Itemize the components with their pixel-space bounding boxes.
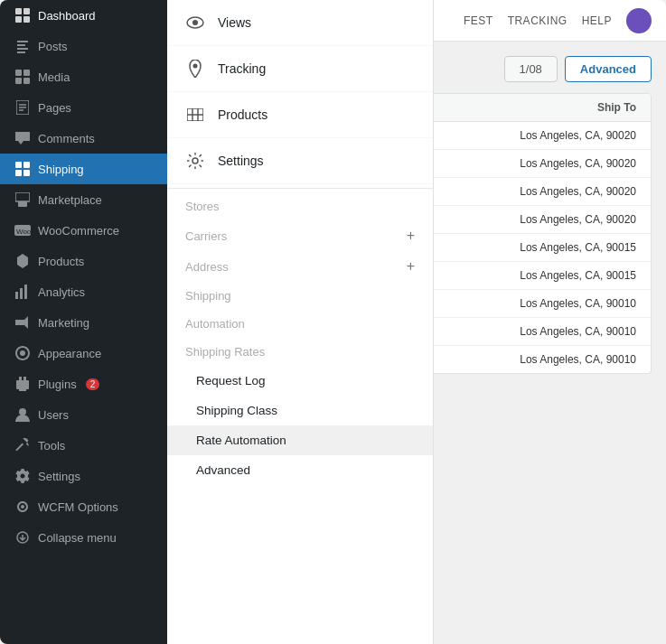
submenu-sub-advanced[interactable]: Advanced: [167, 455, 433, 485]
submenu-section-address[interactable]: Address +: [167, 251, 433, 282]
submenu-label-views: Views: [218, 15, 251, 30]
svg-rect-22: [20, 288, 23, 299]
sidebar-item-woocommerce[interactable]: Woo WooCommerce: [0, 215, 167, 246]
submenu-item-tracking[interactable]: Tracking: [167, 46, 433, 92]
sidebar-label-appearance: Appearance: [38, 347, 101, 360]
eye-icon: [185, 13, 205, 33]
svg-point-34: [193, 64, 198, 69]
sidebar-label-dashboard: Dashboard: [38, 9, 96, 23]
marketplace-icon: [14, 191, 31, 208]
carriers-label: Carriers: [185, 229, 227, 243]
divider-1: [167, 188, 433, 189]
sidebar-item-products[interactable]: Products: [0, 246, 167, 276]
sidebar-item-marketing[interactable]: Marketing: [0, 307, 167, 338]
pages-icon: [14, 99, 31, 116]
row-right: Los Angeles, CA, 90015: [520, 269, 636, 282]
collapse-label: Collapse menu: [38, 531, 117, 545]
sidebar-label-comments: Comments: [38, 132, 95, 145]
automation-label: Automation: [185, 317, 245, 331]
sidebar-label-marketing: Marketing: [38, 316, 89, 330]
submenu-item-views[interactable]: Views: [167, 0, 433, 46]
sidebar-label-products: Products: [38, 255, 84, 268]
sidebar-item-marketplace[interactable]: Marketplace: [0, 184, 167, 215]
shipping-rates-label: Shipping Rates: [185, 345, 265, 359]
advanced-label: Advanced: [196, 463, 250, 477]
svg-rect-25: [19, 377, 22, 380]
sidebar-label-shipping: Shipping: [38, 163, 84, 176]
sidebar-item-users[interactable]: Users: [0, 399, 167, 430]
sidebar-item-posts[interactable]: Posts: [0, 31, 167, 61]
products-icon: [14, 253, 31, 269]
svg-marker-20: [17, 254, 28, 268]
sidebar-label-posts: Posts: [38, 40, 68, 53]
submenu-section-automation[interactable]: Automation: [167, 310, 433, 338]
topbar-item-help[interactable]: HELP: [582, 14, 612, 27]
svg-rect-16: [15, 192, 30, 201]
sidebar-item-tools[interactable]: Tools: [0, 430, 167, 461]
sidebar-item-shipping[interactable]: Shipping: [0, 154, 167, 184]
submenu-overlay: Views Tracking Products: [167, 0, 434, 644]
submenu-label-settings: Settings: [218, 154, 264, 168]
svg-rect-28: [19, 389, 26, 391]
sidebar: Dashboard Posts Media: [0, 0, 167, 644]
svg-rect-23: [24, 285, 27, 299]
submenu-section-carriers[interactable]: Carriers +: [167, 220, 433, 251]
topbar-item-tracking[interactable]: TRACKING: [508, 14, 568, 27]
submenu-sub-rate-automation[interactable]: Rate Automation: [167, 425, 433, 455]
row-right: Los Angeles, CA, 90010: [520, 297, 636, 310]
address-plus-icon[interactable]: +: [407, 258, 415, 275]
sidebar-item-plugins[interactable]: Plugins 2: [0, 369, 167, 399]
svg-rect-14: [15, 170, 22, 176]
tab-advanced[interactable]: Advanced: [565, 56, 652, 82]
row-right: Los Angeles, CA, 90020: [520, 185, 636, 198]
sidebar-item-settings[interactable]: Settings: [0, 461, 167, 491]
sidebar-item-pages[interactable]: Pages: [0, 92, 167, 123]
row-right: Los Angeles, CA, 90015: [520, 241, 636, 254]
grid-icon: [185, 105, 205, 125]
sidebar-label-tools: Tools: [38, 439, 65, 453]
submenu-sub-shipping-class[interactable]: Shipping Class: [167, 396, 433, 425]
submenu-section-stores[interactable]: Stores: [167, 192, 433, 220]
address-label: Address: [185, 260, 229, 274]
wcfm-icon: [14, 499, 31, 515]
topbar-item-fest[interactable]: FEST: [464, 14, 493, 27]
sidebar-item-appearance[interactable]: Appearance: [0, 338, 167, 369]
row-right: Los Angeles, CA, 90010: [520, 353, 636, 366]
submenu-section-shipping-rates[interactable]: Shipping Rates: [167, 338, 433, 366]
settings-icon: [14, 468, 31, 484]
user-avatar[interactable]: [626, 8, 652, 33]
submenu-item-products[interactable]: Products: [167, 92, 433, 138]
svg-rect-6: [15, 78, 22, 84]
gear-icon: [185, 151, 205, 171]
sidebar-item-dashboard[interactable]: Dashboard: [0, 0, 167, 31]
svg-rect-26: [23, 377, 26, 380]
tab-date[interactable]: 1/08: [504, 56, 558, 82]
sidebar-item-collapse[interactable]: Collapse menu: [0, 522, 167, 553]
svg-point-24: [20, 350, 25, 356]
submenu-sub-request-log[interactable]: Request Log: [167, 366, 433, 396]
submenu-label-products: Products: [218, 107, 267, 122]
svg-rect-27: [16, 380, 29, 389]
submenu-section-shipping[interactable]: Shipping: [167, 282, 433, 310]
svg-rect-13: [23, 162, 30, 168]
submenu-item-settings[interactable]: Settings: [167, 138, 433, 184]
carriers-plus-icon[interactable]: +: [407, 228, 415, 244]
svg-rect-4: [15, 70, 22, 76]
request-log-label: Request Log: [196, 374, 266, 387]
tools-icon: [14, 437, 31, 453]
shipping-icon: [14, 161, 31, 177]
stores-label: Stores: [185, 200, 220, 213]
svg-rect-17: [18, 201, 27, 207]
sidebar-item-wcfm[interactable]: WCFM Options: [0, 491, 167, 522]
marketing-icon: [14, 314, 31, 331]
sidebar-label-marketplace: Marketplace: [38, 193, 102, 207]
svg-point-29: [19, 408, 26, 415]
appearance-icon: [14, 345, 31, 361]
sidebar-label-pages: Pages: [38, 101, 71, 115]
sidebar-item-analytics[interactable]: Analytics: [0, 276, 167, 307]
svg-point-30: [21, 505, 24, 509]
rate-automation-label: Rate Automation: [196, 434, 286, 447]
sidebar-item-comments[interactable]: Comments: [0, 123, 167, 154]
sidebar-label-wcfm: WCFM Options: [38, 500, 118, 514]
sidebar-item-media[interactable]: Media: [0, 61, 167, 92]
